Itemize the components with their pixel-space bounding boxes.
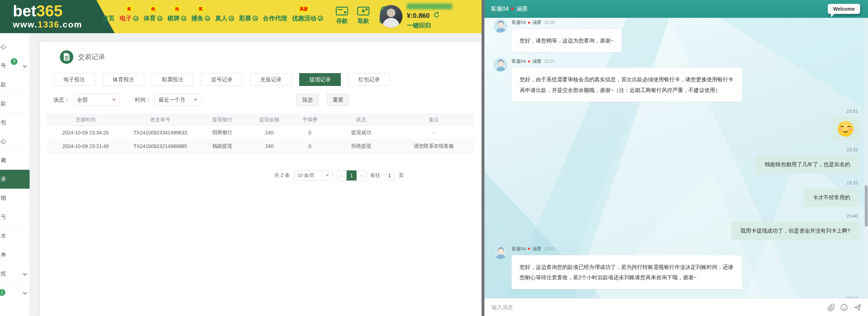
chat-body: 客服04♥涵蕾 23:30 您好，请您稍等，这边为您查询，谢谢~ 客服04♥涵蕾… — [484, 18, 868, 298]
message-time: 23:31 — [846, 108, 858, 114]
nav-item-live[interactable]: 真人 — [215, 11, 234, 22]
table-header-row: 充值时间 收支单号 提现银行 提现金额 手续费 状态 备注 — [47, 113, 474, 126]
nav-item-slots[interactable]: 奖 电子 — [120, 11, 139, 22]
user-message: 23:32 钱能钱包都用了几年了，也是实名的 — [494, 147, 859, 174]
heart-icon: ♥ — [527, 59, 530, 64]
logo-line1: bet365 — [13, 3, 82, 19]
hot-badge: 热 — [174, 6, 180, 12]
message-bubble: 我用卡提现成功了，但是资金并没有到卡上啊? — [731, 222, 859, 240]
message-time: 23:32 — [846, 180, 858, 185]
sidebar-item-messages[interactable]: 1 — [0, 283, 30, 302]
message-bubble: 您好，请您稍等，这边为您查询，谢谢~ — [511, 29, 622, 52]
agent-avatar — [494, 19, 507, 33]
message-bubble: 卡才不经常用的 — [804, 189, 859, 207]
user-message: 23:44 好吧，我等待一会 — [494, 296, 859, 298]
status-success: 提现成功 — [329, 126, 393, 139]
sidebar-item-deposit[interactable]: 存款 — [0, 75, 30, 94]
chevron-circle-icon — [133, 16, 139, 21]
sender-row: 客服04♥涵蕾 23:31 — [511, 58, 742, 65]
sidebar-item-wallet[interactable]: 钱包 — [0, 113, 30, 132]
nav-item-promotions[interactable]: 高薪 优惠活动 — [292, 11, 323, 22]
customer-service-chat-window: 客服04 ♥ 涵蕾 Welcome 客服04♥涵蕾 23:30 您好，请您稍等，… — [484, 0, 868, 316]
sidebar-item-center2[interactable]: 中心 — [0, 132, 30, 151]
page-size-select[interactable]: 10 条/页 — [294, 170, 333, 181]
tab-chase-records[interactable]: 追号记录 — [201, 73, 243, 86]
sidebar-item-records[interactable]: 记录 — [0, 170, 30, 189]
sidebar-item-favorites[interactable]: 收藏 — [0, 151, 30, 170]
sidebar-item-withdraw[interactable]: 取款 — [0, 94, 30, 113]
nav-item-agents[interactable]: 合作代理 — [263, 11, 287, 22]
prev-page-button[interactable]: ‹ — [337, 172, 347, 179]
tab-lottery-bets[interactable]: 彩票投注 — [152, 73, 193, 86]
message-bubble: 您好，由于系统需要审核会员的真实信息，首次出款必须使用银行卡，请您更换使用银行卡… — [511, 67, 742, 102]
time-select[interactable]: 最近一个月 — [155, 94, 202, 106]
table-row: 2024-10-09 23:34:25 TX24100923342499633 … — [47, 126, 474, 139]
document-icon — [60, 50, 73, 64]
caret-down-icon — [193, 99, 198, 101]
chevron-down-icon — [23, 63, 27, 67]
pager: ‹ 1 › — [337, 170, 366, 181]
nav-item-home[interactable]: 首页 — [103, 11, 115, 22]
status-rejected: 拒绝提现 — [329, 139, 393, 153]
user-message: 23:32 卡才不经常用的 — [494, 180, 859, 207]
scrollbar-thumb[interactable] — [865, 185, 868, 226]
site-logo[interactable]: bet365 www.1336.com — [13, 3, 82, 29]
sidebar-item-bets[interactable]: 注单 — [0, 245, 30, 264]
main-nav: 首页 奖 电子 热 体育 热 棋牌 奖 捕鱼 — [99, 0, 323, 33]
tab-slots-bets[interactable]: 电子投注 — [53, 73, 95, 86]
reset-button[interactable]: 重置 — [327, 94, 349, 106]
count-badge: 1 — [0, 289, 5, 296]
goto-page-input[interactable] — [385, 170, 395, 180]
agent-message: 客服04♥涵蕾 23:30 您好，请您稍等，这边为您查询，谢谢~ — [494, 19, 859, 52]
message-bubble — [832, 117, 859, 141]
chat-title: 客服04 — [491, 5, 509, 13]
count-badge: 3 — [11, 58, 17, 65]
chevron-down-icon — [23, 271, 27, 275]
message-bubble: 您好，这边查询您的款项已经办理成功了，若为跨行转账需视银行作业决定到账时间，还请… — [511, 255, 742, 290]
user-avatar[interactable] — [380, 5, 402, 28]
chevron-circle-icon — [229, 16, 234, 21]
refresh-balance-icon[interactable] — [433, 11, 440, 20]
send-icon[interactable] — [854, 304, 862, 311]
heart-icon: ♥ — [527, 20, 530, 25]
emoji-icon[interactable] — [840, 304, 848, 311]
attachment-icon[interactable] — [827, 304, 835, 311]
window-divider — [482, 0, 484, 316]
sidebar: 中心 帐号 3 存款 取款 钱包 中心 收藏 记录 明细 盈亏 — [0, 33, 30, 316]
chat-input-bar — [484, 298, 868, 316]
sidebar-item-center[interactable]: 中心 — [0, 37, 30, 56]
page-unit-label: 页 — [399, 172, 404, 179]
sidebar-item-details[interactable]: 明细 — [0, 189, 30, 208]
status-select[interactable]: 全部 — [73, 94, 120, 106]
welcome-button[interactable]: Welcome — [828, 4, 860, 14]
tab-withdraw-records[interactable]: 提现记录 — [299, 73, 341, 86]
deposit-button[interactable]: 存款 — [333, 6, 351, 25]
sidebar-item-profit-loss[interactable]: 盈亏 — [0, 208, 30, 226]
filter-button[interactable]: 筛选 — [296, 94, 318, 106]
sidebar-item-turnover[interactable]: 流水 — [0, 226, 30, 245]
chat-message-input[interactable] — [491, 304, 822, 311]
table-row: 2024-10-09 23:21:49 TX24100923214980885 … — [47, 139, 474, 153]
nav-item-lottery[interactable]: 彩票 — [239, 11, 258, 22]
chevron-circle-icon — [318, 16, 323, 21]
tab-deposit-records[interactable]: 充值记录 — [250, 73, 292, 86]
tab-sports-bets[interactable]: 体育投注 — [103, 73, 144, 86]
nav-item-board-games[interactable]: 热 棋牌 — [167, 11, 186, 22]
message-time: 23:32 — [846, 147, 858, 152]
goto-label: 前往 — [370, 172, 380, 179]
current-page[interactable]: 1 — [347, 170, 357, 181]
prize-badge: 奖 — [126, 6, 132, 12]
nav-item-fishing[interactable]: 奖 捕鱼 — [191, 11, 210, 22]
status-label: 状态： — [53, 97, 69, 103]
chevron-circle-icon — [157, 16, 162, 21]
sidebar-item-system[interactable]: 系统 — [0, 264, 30, 283]
withdraw-button[interactable]: 取款 — [354, 6, 373, 25]
next-page-button[interactable]: › — [357, 172, 366, 179]
one-click-return-link[interactable]: 一键回归 — [407, 21, 452, 30]
sidebar-item-accounts[interactable]: 帐号 3 — [0, 56, 30, 75]
sender-row: 客服04♥涵蕾 23:30 — [511, 19, 622, 26]
message-time: 23:44 — [846, 296, 858, 298]
tab-redpacket-records[interactable]: 红包记录 — [348, 73, 390, 86]
nav-item-sports[interactable]: 热 体育 — [144, 11, 162, 22]
user-info: ¥:0.860 一键回归 — [407, 4, 452, 30]
